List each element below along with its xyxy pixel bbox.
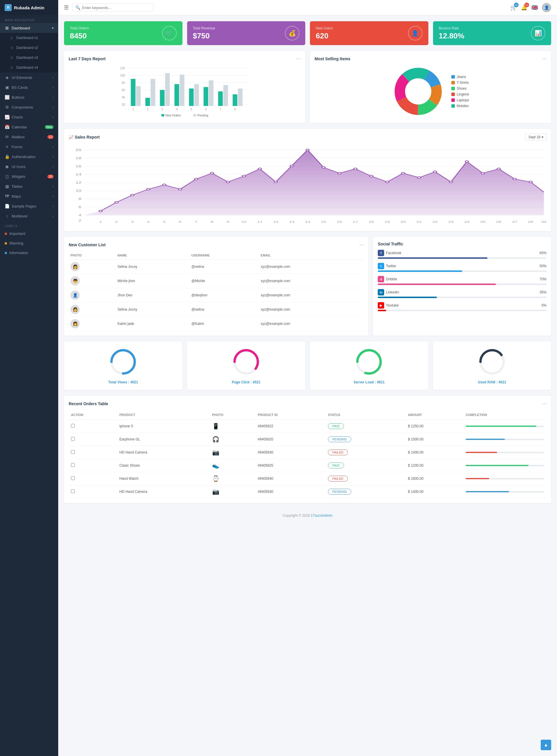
chevron-right-icon: › <box>53 165 54 168</box>
svg-rect-36 <box>162 114 165 116</box>
sales-chart-title: 📈 Sales Report <box>69 135 99 140</box>
svg-text:2: 2 <box>115 221 118 223</box>
order-checkbox[interactable] <box>71 463 75 467</box>
footer-link[interactable]: 17sucsiAdmin <box>311 514 333 518</box>
legend-color <box>451 75 455 79</box>
sidebar-item-ui-elements[interactable]: ◈ UI Elements › <box>0 72 58 82</box>
sidebar-item-information[interactable]: Information <box>0 248 58 258</box>
col-product: PRODUCT <box>117 410 209 420</box>
alerts-button[interactable]: 🔔 11 <box>521 4 527 11</box>
new-badge: New <box>45 125 54 129</box>
customer-menu[interactable]: ··· <box>359 242 364 248</box>
sidebar-item-dashboard[interactable]: ⊞ Dashboard ▾ <box>0 23 58 33</box>
order-checkbox[interactable] <box>71 489 75 493</box>
language-selector[interactable]: 🇬🇧 <box>531 4 538 11</box>
orders-menu[interactable]: ··· <box>542 401 547 407</box>
pages-icon: 📄 <box>5 204 9 208</box>
progress-bar <box>378 270 547 272</box>
completion-bar <box>466 439 544 440</box>
col-name: NAME <box>116 251 190 260</box>
scroll-to-top-button[interactable]: ▲ <box>541 740 551 750</box>
orders-title: Recent Orders Table <box>69 401 108 406</box>
legend-label: T-Shirts <box>457 81 469 85</box>
sidebar-item-warning[interactable]: Warning <box>0 238 58 248</box>
sidebar-item-bs-cards[interactable]: ▣ BS Cards › <box>0 82 58 92</box>
sidebar-item-widgets[interactable]: ◫ Widgets 10 <box>0 171 58 181</box>
social-percentage: 65% <box>539 251 547 255</box>
svg-rect-25 <box>224 85 228 106</box>
status-badge: PAID <box>328 463 344 468</box>
important-dot <box>5 233 7 235</box>
search-input[interactable] <box>82 5 150 10</box>
order-action[interactable] <box>69 420 117 433</box>
sidebar-item-calendar[interactable]: 📅 Calendar New <box>0 122 58 132</box>
sidebar-item-dashboard-v1[interactable]: ☆ Dashboard v1 <box>0 33 58 43</box>
svg-text:20: 20 <box>401 221 406 223</box>
customer-name: Selina Jocoy <box>116 260 190 274</box>
bar-chart-menu[interactable]: ··· <box>296 56 301 62</box>
sidebar-item-buttons[interactable]: ⬜ Buttons › <box>0 92 58 102</box>
order-action[interactable] <box>69 472 117 485</box>
user-avatar[interactable]: 👤 <box>542 3 551 12</box>
chevron-right-icon: › <box>53 214 54 218</box>
customer-email: xyz@example.com <box>259 274 364 288</box>
completion-bar <box>466 478 544 479</box>
circle-chart-svg <box>354 347 384 376</box>
dashboard-submenu: ☆ Dashboard v1 ☆ Dashboard v2 ☆ Dashboar… <box>0 33 58 72</box>
bar-chart-title: Last 7 Days Report <box>69 56 106 61</box>
svg-text:25: 25 <box>480 221 486 223</box>
order-checkbox[interactable] <box>71 437 75 441</box>
hamburger-button[interactable]: ☰ <box>64 4 69 11</box>
progress-bar <box>378 310 547 311</box>
main-area: ☰ 🔍 🛒 12 🔔 11 🇬🇧 👤 Total Orders <box>58 0 557 756</box>
footer: Copyright © 2018 17sucsiAdmin <box>64 509 551 522</box>
svg-text:15: 15 <box>321 221 326 223</box>
progress-fill <box>378 310 386 311</box>
notifications-button[interactable]: 🛒 12 <box>510 4 517 11</box>
chevron-right-icon: › <box>53 106 54 109</box>
sidebar-item-label: Tables <box>12 184 23 188</box>
stat-card-icon: 💰 <box>285 26 299 40</box>
sidebar-item-mailbox[interactable]: ✉ Mailbox 12 <box>0 132 58 142</box>
legend-item: Shoes <box>451 86 469 90</box>
circle-stat: Total Viwes : 4521 <box>64 342 182 390</box>
sidebar-item-multilevel[interactable]: ↕ Multilevel › <box>0 211 58 221</box>
stat-card-new-users: New Users 620 👤 <box>310 21 429 45</box>
order-checkbox[interactable] <box>71 476 75 480</box>
svg-rect-16 <box>160 90 165 106</box>
date-filter[interactable]: Sept 18 ▾ <box>525 134 547 141</box>
status-badge: PENDING <box>328 436 351 442</box>
sidebar-item-charts[interactable]: 📈 Charts › <box>0 112 58 122</box>
sidebar-item-ui-icons[interactable]: ◉ UI Icons › <box>0 162 58 171</box>
svg-text:30: 30 <box>541 221 547 223</box>
col-email: EMAIL <box>259 251 364 260</box>
sidebar-item-tables[interactable]: ▦ Tables › <box>0 181 58 191</box>
sidebar-item-sample-pages[interactable]: 📄 Sample Pages › <box>0 201 58 211</box>
donut-chart-menu[interactable]: ··· <box>542 56 547 62</box>
sidebar-item-authentication[interactable]: 🔒 Authentication › <box>0 152 58 162</box>
sidebar-item-important[interactable]: Important <box>0 229 58 238</box>
order-action[interactable] <box>69 433 117 446</box>
order-checkbox[interactable] <box>71 424 75 428</box>
sidebar-item-maps[interactable]: 🗺 Maps › <box>0 191 58 201</box>
order-action[interactable] <box>69 459 117 472</box>
sidebar-item-components[interactable]: ⚙ Components › <box>0 102 58 112</box>
sidebar-item-dashboard-v4[interactable]: ☆ Dashboard v4 <box>0 63 58 72</box>
order-action[interactable] <box>69 485 117 498</box>
buttons-icon: ⬜ <box>5 95 9 99</box>
order-action[interactable] <box>69 446 117 459</box>
sidebar-item-dashboard-v3[interactable]: ☆ Dashboard v3 <box>0 53 58 63</box>
svg-text:1: 1 <box>133 108 134 111</box>
order-checkbox[interactable] <box>71 450 75 454</box>
sidebar-item-forms[interactable]: ≡ Forms › <box>0 142 58 152</box>
sidebar-item-dashboard-v2[interactable]: ☆ Dashboard v2 <box>0 43 58 53</box>
social-name: Facebook <box>386 251 401 255</box>
customer-email: xyz@example.com <box>259 302 364 317</box>
social-name: Dribble <box>386 277 397 281</box>
svg-text:2: 2 <box>147 108 149 111</box>
svg-text:10: 10 <box>76 189 81 193</box>
svg-text:6: 6 <box>179 221 182 223</box>
chevron-right-icon: › <box>53 96 54 99</box>
legend-item: Lingerie <box>451 92 469 96</box>
svg-text:60: 60 <box>122 88 125 92</box>
